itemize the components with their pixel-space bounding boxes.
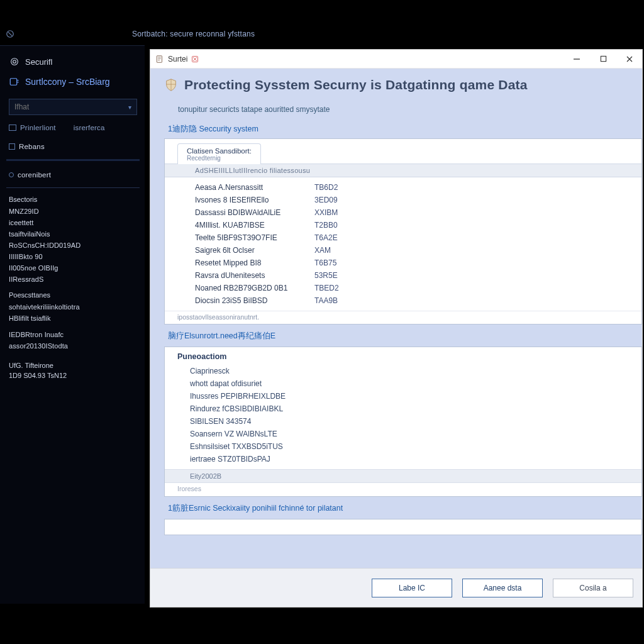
sidebar-list-item[interactable]: RoSCnsCH:IDD019AD <box>9 240 137 251</box>
security-shield-icon <box>164 78 178 92</box>
table-row: 4MIllist. KUAB7IBSET2BB0 <box>195 219 635 231</box>
list-icon <box>9 125 16 131</box>
button-c-label: Cosila a <box>579 584 606 592</box>
sidebar-category-label: Surtlccony – SrcBiarg <box>25 77 110 87</box>
sidebar-link-b[interactable]: isrerferca <box>74 121 105 134</box>
row-key: Noaned RB2B79GB2D 0B1 <box>195 284 314 292</box>
sidebar: Securifl Surtlccony – SrcBiarg ▾ Prinler… <box>0 45 145 604</box>
detail-line: Ciaprinesck <box>190 365 635 377</box>
button-c[interactable]: Cosila a <box>553 579 633 597</box>
close-button[interactable] <box>622 53 637 65</box>
row-value: TB6D2 <box>314 183 338 192</box>
row-value: XAM <box>314 246 331 255</box>
row-key: Saigrek 6lt Oclser <box>195 246 314 255</box>
sidebar-separator-2 <box>6 187 140 188</box>
chevron-down-icon[interactable]: ▾ <box>128 104 131 111</box>
detail-line: SIBILSEN 343574 <box>190 415 635 428</box>
search-input[interactable] <box>14 103 103 111</box>
sidebar-top[interactable]: Securifl <box>9 52 137 71</box>
row-key: Dassassi BDIBWAldAlLiE <box>195 208 314 217</box>
table-row: Dassassi BDIBWAldAlLiEXXIBM <box>195 206 635 219</box>
sidebar-list-item[interactable]: IIRessradS <box>9 274 137 285</box>
table-row: Resetet Mipped BI8T6B75 <box>195 257 635 269</box>
tab-sublabel: Recedternig <box>187 155 252 162</box>
sidebar-meta: UfG. Tifteirone 1D9 S04.93 TsN12 <box>9 360 137 380</box>
sidebar-meta-a: UfG. Tifteirone <box>9 360 137 370</box>
main-window: Surtei Protecting Sysstem Securny is Dat… <box>150 49 643 608</box>
sidebar-link-a-label: Prinlerliont <box>20 124 56 131</box>
grid-header: AdSHEIIILLIutIIIrencio filiatessousu <box>165 164 641 177</box>
app-icon <box>5 29 15 39</box>
svg-point-2 <box>13 60 16 64</box>
window-icon <box>155 55 164 64</box>
sidebar-item-1[interactable]: Rebans <box>9 140 137 153</box>
detail-line: Soansern VZ WAlBNsLTE <box>190 428 635 440</box>
footer-bar: Labe IC Aanee dsta Cosila a <box>150 568 642 607</box>
svg-point-1 <box>11 58 18 65</box>
section-2-footnote: Iroreses <box>165 483 641 496</box>
sidebar-group-b-head: Poescsttanes <box>9 291 137 299</box>
button-b-label: Aanee dsta <box>484 584 522 592</box>
window-title: Surtei <box>168 55 187 64</box>
sidebar-item-1-label: Rebans <box>19 143 45 150</box>
row-key: Diocsin 23iS5 BiIBSD <box>195 296 314 305</box>
row-key: Aeasa A.Nersnassitt <box>195 183 314 192</box>
minimize-button[interactable] <box>569 53 584 65</box>
sidebar-separator <box>6 159 140 161</box>
app-header: Sortbatch: secure reconnal yfsttans <box>0 25 644 43</box>
sidebar-list-item[interactable]: assor20130IStodta <box>9 340 137 352</box>
row-value: 3ED09 <box>314 196 338 204</box>
row-value: T6B75 <box>314 258 336 267</box>
sidebar-search[interactable]: ▾ <box>9 99 137 115</box>
detail-line: whott dapat ofdisuriet <box>190 377 635 390</box>
detail-line: Ihussres PEPIBRHEIXLDBE <box>190 390 635 402</box>
sidebar-list-item[interactable]: iceettett <box>9 217 137 228</box>
sidebar-item-2[interactable]: corenibert <box>9 169 137 181</box>
svg-rect-3 <box>10 79 17 86</box>
button-a-label: Labe IC <box>399 584 425 592</box>
maximize-button[interactable] <box>596 53 611 65</box>
titlebar: Surtei <box>150 50 642 69</box>
detail-line: Eshnsilsiset TXXBSD5iTUS <box>190 440 635 453</box>
shield-icon <box>9 56 20 67</box>
section-2-panel: Puneoactiom Ciaprinesckwhott dapat ofdis… <box>164 347 642 497</box>
section-1-link[interactable]: 1迪防隐 Seccurity system <box>168 124 642 135</box>
app-header-title: Sortbatch: secure reconnal yfsttans <box>132 30 255 38</box>
node-icon <box>9 172 14 177</box>
table-row: Teelte 5IBF9ST39O7FIET6A2E <box>195 231 635 244</box>
table-row: Aeasa A.NersnassittTB6D2 <box>195 181 635 194</box>
row-key: Ravsra dUhenitesets <box>195 271 314 280</box>
grid-body: Aeasa A.NersnassittTB6D2Ivsones 8 IESEfI… <box>165 177 641 311</box>
warning-icon <box>191 55 199 63</box>
section-2-link[interactable]: 脑疗Elsunrotrt.need再纪痛伯E <box>168 331 642 341</box>
tab-active[interactable]: Clatisen Sansdibort: Recedternig <box>177 143 261 164</box>
section-3-link[interactable]: 1筋脏Esrnic Seckixaiity ponihiil fchinné t… <box>168 503 642 514</box>
svg-rect-4 <box>157 55 162 62</box>
section-1-footnote: iposstaovIlseassoniranutnrt. <box>165 311 641 324</box>
row-value: XXIBM <box>314 208 338 217</box>
table-row: Noaned RB2B79GB2D 0B1TBED2 <box>195 282 635 294</box>
detail-line: iertraee STZ0TBIDsPAJ <box>190 453 635 465</box>
sidebar-list-item[interactable]: IIIIIBkto 90 <box>9 251 137 262</box>
section-1-panel: Clatisen Sansdibort: Recedternig AdSHEII… <box>164 138 642 325</box>
sidebar-list-item[interactable]: HBlifilt tsiaflik <box>9 313 137 324</box>
section-3-panel <box>164 519 642 535</box>
row-key: Ivsones 8 IESEfIREllo <box>195 196 314 204</box>
sidebar-list-item[interactable]: II005noe OIBIIg <box>9 262 137 274</box>
section-2-head: Puneoactiom <box>165 347 641 364</box>
sidebar-list-item[interactable]: tsaiftvilaiNois <box>9 228 137 240</box>
sidebar-list-item[interactable]: MNZ29ID <box>9 206 137 217</box>
category-icon <box>9 76 20 87</box>
sidebar-category[interactable]: Surtlccony – SrcBiarg <box>9 71 137 94</box>
svg-rect-6 <box>601 56 606 61</box>
sidebar-list-item[interactable]: IEDBRtron Inuafc <box>9 329 137 340</box>
page-subtitle: tonupitur securicts tatape aouritted smy… <box>178 105 642 114</box>
button-a[interactable]: Labe IC <box>372 579 452 597</box>
table-row: Ravsra dUhenitesets53R5E <box>195 269 635 282</box>
section-2-bar: Eity2002B <box>165 469 641 483</box>
table-row: Ivsones 8 IESEfIREllo3ED09 <box>195 194 635 206</box>
row-value: TAA9B <box>314 296 338 305</box>
button-b[interactable]: Aanee dsta <box>462 579 543 597</box>
sidebar-link-a[interactable]: Prinlerliont <box>9 121 56 134</box>
sidebar-list-item[interactable]: sohtaivtekriliiinkoltiotra <box>9 301 137 313</box>
